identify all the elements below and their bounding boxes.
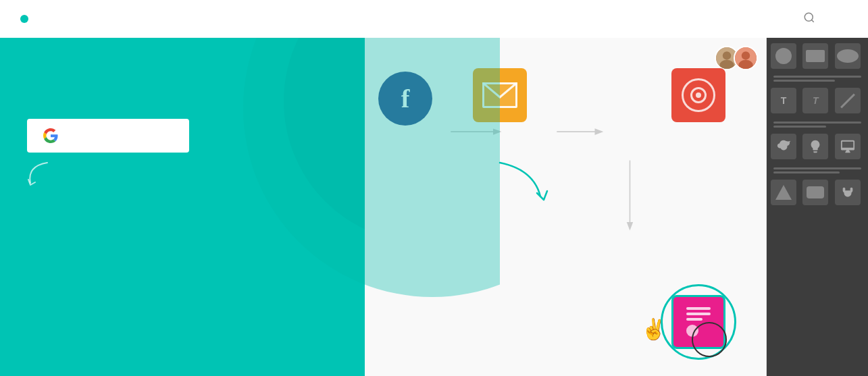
target-icon [682, 78, 715, 112]
toolbar-rect-button[interactable] [802, 43, 828, 69]
toolbar-text-row: T T [771, 88, 864, 113]
avatar-female [734, 46, 758, 70]
toolbar-lightbulb-button[interactable] [802, 134, 828, 159]
toolbar-shapes-row1 [771, 43, 864, 69]
line-dec-1 [773, 122, 861, 124]
line-dec-2 [773, 126, 826, 128]
toolbar-bunny-button[interactable] [835, 180, 861, 205]
signup-google-button[interactable] [27, 119, 189, 153]
toolbar-text-outline-button[interactable]: T [802, 88, 828, 113]
google-icon [43, 128, 58, 143]
toolbar: T T [767, 38, 868, 376]
toolbar-oval-button[interactable] [835, 43, 861, 69]
canvas-avatars [715, 46, 758, 70]
toolbar-lines-3 [771, 166, 864, 177]
peace-hand-emoji: ✌️ [641, 317, 666, 341]
diagonal-line-icon [840, 93, 855, 108]
line-separator-1 [773, 76, 861, 78]
nav-right [803, 11, 848, 26]
rectangle-icon [806, 50, 825, 62]
cylinder-icon [807, 186, 824, 198]
svg-point-7 [738, 60, 752, 70]
logo[interactable] [20, 15, 32, 23]
text-outline-T-icon: T [813, 95, 819, 106]
text-T-icon: T [781, 95, 787, 106]
line-dec-4 [773, 171, 840, 173]
navigation [0, 0, 868, 38]
oval-icon [837, 49, 859, 63]
line-separator-2 [773, 80, 835, 82]
svg-point-0 [805, 13, 813, 21]
toolbar-shapes-row2 [771, 180, 864, 205]
toolbar-circle-button[interactable] [771, 43, 796, 69]
bird-icon [776, 139, 791, 154]
signup-row [27, 119, 203, 153]
toolbar-diagonal-button[interactable] [835, 88, 861, 113]
triangle-icon [775, 185, 792, 200]
circle-icon [775, 48, 792, 64]
line-dec-3 [773, 167, 861, 169]
hero-large-circle [243, 0, 500, 297]
lightbulb-icon [808, 139, 823, 154]
toolbar-cylinder-button[interactable] [802, 180, 828, 205]
form-line-2 [686, 313, 711, 315]
toolbar-icons-row1 [771, 134, 864, 159]
svg-point-6 [742, 51, 750, 59]
target-inner-icon [690, 87, 707, 103]
red-node[interactable] [671, 68, 725, 122]
form-line-3 [686, 318, 703, 321]
toolbar-screen-button[interactable] [835, 134, 861, 159]
search-icon[interactable] [803, 11, 815, 26]
svg-line-1 [811, 20, 813, 22]
toolbar-lines-row [771, 74, 864, 85]
toolbar-triangle-button[interactable] [771, 180, 796, 205]
svg-point-3 [723, 51, 731, 59]
target-center-icon [696, 92, 701, 98]
curved-arrow-svg [493, 156, 561, 210]
screen-icon [840, 139, 855, 154]
hero-content [27, 95, 203, 180]
toolbar-bird-button[interactable] [771, 134, 796, 159]
form-line-1 [686, 307, 711, 310]
toolbar-text-button[interactable]: T [771, 88, 796, 113]
nice-badge [692, 322, 727, 357]
toolbar-lines-2 [771, 120, 864, 131]
handdrawn-arrow-icon [20, 159, 54, 193]
bunny-icon [840, 185, 855, 200]
